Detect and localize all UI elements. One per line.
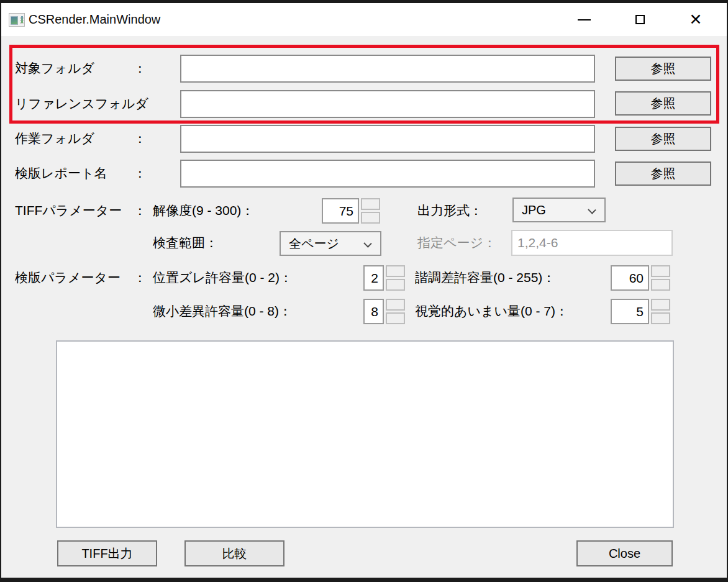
work-folder-browse-button[interactable]: 参照 — [615, 127, 711, 151]
micro-diff-tolerance-label: 微小差異許容量(0 - 8)： — [153, 303, 292, 319]
target-folder-browse-button[interactable]: 参照 — [615, 57, 711, 81]
app-window-icon — [9, 13, 25, 27]
log-output-area[interactable] — [56, 340, 674, 528]
target-folder-colon: ： — [134, 60, 147, 76]
report-name-input[interactable] — [180, 160, 595, 188]
spin-up-button[interactable] — [651, 299, 670, 311]
work-folder-input[interactable] — [180, 125, 595, 153]
reference-folder-label: リファレンスフォルダ — [15, 96, 148, 112]
resolution-input[interactable] — [322, 198, 359, 224]
spin-down-button[interactable] — [386, 312, 405, 324]
kenpan-params-colon: ： — [134, 270, 147, 286]
maximize-button[interactable] — [612, 3, 668, 36]
main-window: CSRender.MainWindow ✕ 対象フォルダ ： 参照 リファレンス… — [1, 3, 727, 578]
visual-ambiguity-input[interactable] — [611, 299, 649, 324]
compare-button[interactable]: 比較 — [184, 540, 284, 566]
tiff-params-colon: ： — [134, 202, 147, 219]
tone-tolerance-label: 諧調差許容量(0 - 255)： — [415, 270, 555, 286]
tone-tolerance-input[interactable] — [611, 265, 649, 291]
resolution-label: 解像度(9 - 300)： — [153, 202, 254, 219]
visual-ambiguity-label: 視覚的あいまい量(0 - 7)： — [415, 303, 568, 319]
position-tolerance-input[interactable] — [363, 265, 384, 291]
minimize-icon — [578, 19, 591, 20]
target-folder-label: 対象フォルダ — [15, 60, 94, 76]
position-tolerance-label: 位置ズレ許容量(0 - 2)： — [153, 270, 293, 286]
window-title: CSRender.MainWindow — [29, 12, 160, 27]
reference-folder-input[interactable] — [180, 90, 595, 118]
work-folder-colon: ： — [134, 130, 147, 147]
titlebar: CSRender.MainWindow ✕ — [1, 3, 727, 36]
output-format-value: JPG — [514, 203, 546, 217]
spin-up-button[interactable] — [651, 265, 670, 277]
reference-folder-colon: ： — [134, 96, 147, 112]
close-icon: ✕ — [689, 12, 703, 27]
resolution-spinner — [361, 198, 380, 224]
report-name-colon: ： — [134, 165, 147, 181]
kenpan-params-label: 検版パラメーター — [15, 270, 121, 286]
visual-ambiguity-spinner — [651, 299, 670, 324]
spin-down-button[interactable] — [386, 279, 405, 291]
close-button[interactable]: Close — [576, 540, 673, 566]
output-format-label: 出力形式： — [417, 202, 483, 219]
close-window-button[interactable]: ✕ — [668, 3, 724, 36]
spin-up-button[interactable] — [386, 299, 405, 311]
reference-folder-browse-button[interactable]: 参照 — [615, 91, 711, 116]
tiff-output-button[interactable]: TIFF出力 — [57, 540, 157, 566]
app-icon-picture — [11, 16, 18, 25]
scan-range-select[interactable]: 全ページ — [280, 231, 381, 256]
chevron-down-icon — [588, 206, 596, 214]
desktop-background: { "titlebar": { "title": "CSRender.MainW… — [0, 0, 728, 582]
report-name-label: 検版レポート名 — [15, 165, 107, 181]
spin-down-button[interactable] — [651, 279, 670, 291]
spin-down-button[interactable] — [651, 312, 670, 324]
tone-tolerance-spinner — [651, 265, 670, 291]
minimize-button[interactable] — [556, 3, 612, 36]
spin-up-button[interactable] — [361, 198, 380, 210]
position-tolerance-spinner — [386, 265, 405, 291]
tiff-params-label: TIFFパラメーター — [15, 202, 122, 219]
micro-diff-tolerance-input[interactable] — [363, 299, 384, 324]
work-folder-label: 作業フォルダ — [15, 130, 94, 147]
page-spec-label: 指定ページ： — [417, 235, 496, 251]
report-name-browse-button[interactable]: 参照 — [615, 161, 711, 186]
scan-range-label: 検査範囲： — [153, 235, 218, 251]
output-format-select[interactable]: JPG — [512, 198, 606, 222]
scan-range-value: 全ページ — [281, 235, 339, 252]
chevron-down-icon — [363, 239, 371, 247]
spin-down-button[interactable] — [361, 212, 380, 224]
micro-diff-tolerance-spinner — [386, 299, 405, 324]
spin-up-button[interactable] — [386, 265, 405, 277]
page-spec-input[interactable] — [511, 230, 673, 256]
target-folder-input[interactable] — [180, 55, 595, 83]
maximize-icon — [635, 15, 645, 24]
